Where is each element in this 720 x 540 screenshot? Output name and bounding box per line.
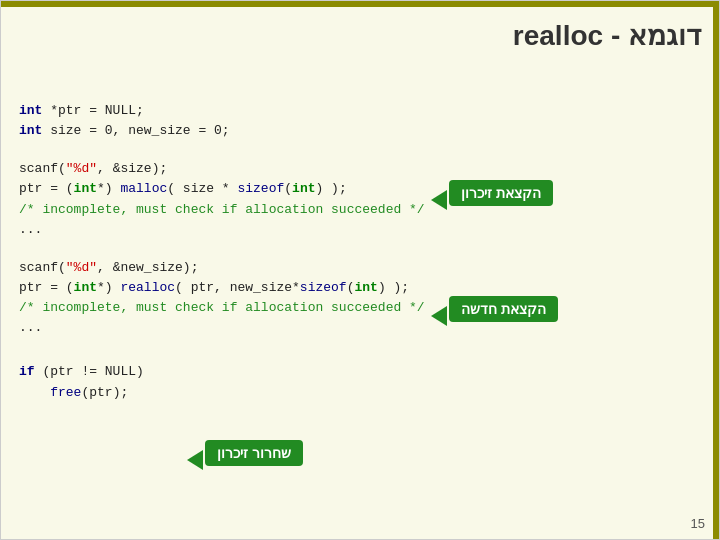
code-block-free: if (ptr != NULL) free(ptr); [19,362,425,402]
right-border [713,1,719,539]
bubble3: שחרור זיכרון [205,440,303,466]
top-border [1,1,719,7]
code-line-3: scanf("%d", &size); [19,159,425,179]
code-area: int *ptr = NULL; int size = 0, new_size … [19,101,425,403]
page-number: 15 [691,516,705,531]
code-line-10: ... [19,318,425,338]
slide: דוגמא - realloc int *ptr = NULL; int siz… [0,0,720,540]
code-line-5: /* incomplete, must check if allocation … [19,200,425,220]
code-line-12: free(ptr); [19,383,425,403]
code-block-declarations: int *ptr = NULL; int size = 0, new_size … [19,101,425,141]
code-block-realloc: scanf("%d", &new_size); ptr = (int*) rea… [19,258,425,339]
code-block-malloc: scanf("%d", &size); ptr = (int*) malloc(… [19,159,425,240]
bubble2: הקצאת חדשה [449,296,558,322]
slide-title: דוגמא - realloc [513,19,701,52]
bubble1: הקצאת זיכרון [449,180,553,206]
code-line-2: int size = 0, new_size = 0; [19,121,425,141]
code-line-11: if (ptr != NULL) [19,362,425,382]
code-line-8: ptr = (int*) realloc( ptr, new_size*size… [19,278,425,298]
bubble2-arrow [431,306,447,326]
bubble1-arrow [431,190,447,210]
code-line-7: scanf("%d", &new_size); [19,258,425,278]
title-hebrew: דוגמא - realloc [513,20,701,51]
code-line-9: /* incomplete, must check if allocation … [19,298,425,318]
code-line-6: ... [19,220,425,240]
code-line-4: ptr = (int*) malloc( size * sizeof(int) … [19,179,425,199]
code-line-1: int *ptr = NULL; [19,101,425,121]
bubble3-arrow [187,450,203,470]
